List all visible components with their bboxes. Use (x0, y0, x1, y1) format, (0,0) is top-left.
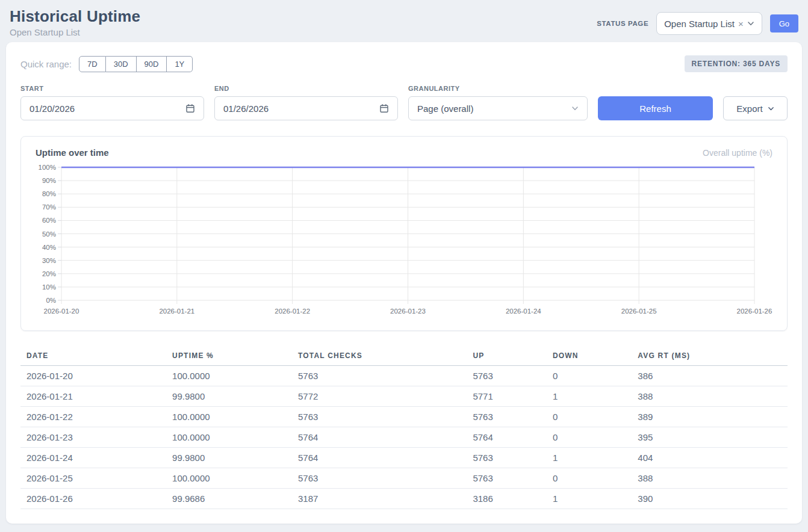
uptime-table: DATE UPTIME % TOTAL CHECKS UP DOWN AVG R… (20, 346, 788, 509)
col-avg-rt: AVG RT (MS) (632, 346, 788, 366)
status-page-label: STATUS PAGE (597, 20, 648, 27)
quick-range-1y[interactable]: 1Y (167, 56, 193, 72)
granularity-field: GRANULARITY Page (overall) (408, 85, 588, 120)
table-row: 2026-01-2499.9800576457631404 (20, 448, 788, 468)
table-cell: 0 (547, 366, 632, 386)
table-cell: 0 (547, 427, 632, 448)
table-cell: 2026-01-22 (20, 407, 166, 427)
main-panel: Quick range: 7D 30D 90D 1Y RETENTION: 36… (6, 42, 802, 524)
quick-range-90d[interactable]: 90D (137, 56, 167, 72)
table-cell: 100.0000 (166, 468, 292, 489)
granularity-select[interactable]: Page (overall) (408, 96, 588, 120)
col-total-checks: TOTAL CHECKS (292, 346, 467, 366)
retention-badge: RETENTION: 365 DAYS (685, 55, 788, 72)
calendar-icon[interactable] (185, 104, 195, 113)
table-cell: 0 (547, 468, 632, 489)
table-cell: 5771 (467, 386, 546, 407)
table-header-row: DATE UPTIME % TOTAL CHECKS UP DOWN AVG R… (20, 346, 788, 366)
uptime-table-body: 2026-01-20100.00005763576303862026-01-21… (20, 366, 788, 509)
quick-range-30d[interactable]: 30D (106, 56, 137, 72)
end-date-value: 01/26/2026 (223, 104, 269, 114)
col-date: DATE (20, 346, 166, 366)
table-cell: 2026-01-21 (20, 386, 166, 407)
table-cell: 3187 (292, 489, 467, 509)
status-page-value: Open Startup List (664, 19, 735, 29)
end-date-input[interactable]: 01/26/2026 (214, 96, 398, 120)
title-block: Historical Uptime Open Startup List (10, 7, 140, 37)
topbar-right: STATUS PAGE Open Startup List × Go (597, 12, 798, 35)
page-title: Historical Uptime (10, 7, 140, 26)
table-cell: 100.0000 (166, 366, 292, 386)
filter-fields-row: START 01/20/2026 END 01/26/2026 GRANULAR… (20, 85, 788, 120)
quick-range-row: Quick range: 7D 30D 90D 1Y RETENTION: 36… (20, 55, 788, 72)
table-cell: 395 (632, 427, 788, 448)
table-row: 2026-01-2199.9800577257711388 (20, 386, 788, 407)
status-page-select[interactable]: Open Startup List × (656, 12, 762, 35)
svg-text:80%: 80% (42, 190, 56, 197)
start-label: START (20, 85, 204, 92)
chart-legend[interactable]: Overall uptime (%) (703, 148, 772, 158)
start-date-value: 01/20/2026 (30, 104, 75, 114)
svg-text:30%: 30% (42, 257, 56, 264)
refresh-button[interactable]: Refresh (598, 96, 713, 120)
chevron-down-icon (571, 105, 579, 112)
svg-text:100%: 100% (39, 164, 56, 171)
table-cell: 404 (632, 448, 788, 468)
col-up: UP (467, 346, 546, 366)
quick-range-label: Quick range: (20, 59, 72, 69)
svg-text:0%: 0% (46, 297, 56, 304)
granularity-value: Page (overall) (417, 104, 473, 114)
svg-text:10%: 10% (42, 283, 56, 291)
table-cell: 100.0000 (166, 427, 292, 448)
table-cell: 388 (632, 468, 788, 489)
start-date-field: START 01/20/2026 (20, 85, 204, 120)
table-cell: 5764 (292, 427, 467, 448)
table-cell: 5763 (467, 366, 546, 386)
table-cell: 100.0000 (166, 407, 292, 427)
chart-header: Uptime over time Overall uptime (%) (36, 147, 772, 158)
table-cell: 99.9686 (166, 489, 292, 509)
svg-text:2026-01-21: 2026-01-21 (159, 308, 194, 315)
table-cell: 5763 (292, 366, 467, 386)
table-cell: 1 (547, 489, 632, 509)
svg-text:70%: 70% (42, 203, 56, 211)
chevron-down-icon (747, 20, 754, 27)
clear-icon[interactable]: × (738, 19, 744, 28)
table-cell: 99.9800 (166, 386, 292, 407)
table-cell: 5772 (292, 386, 467, 407)
export-button[interactable]: Export (723, 96, 788, 120)
start-date-input[interactable]: 01/20/2026 (20, 96, 204, 120)
table-row: 2026-01-25100.0000576357630388 (20, 468, 788, 489)
table-cell: 5764 (467, 427, 546, 448)
table-cell: 2026-01-20 (20, 366, 166, 386)
col-down: DOWN (547, 346, 632, 366)
chevron-down-icon (768, 105, 774, 112)
table-head: DATE UPTIME % TOTAL CHECKS UP DOWN AVG R… (20, 346, 788, 366)
table-cell: 388 (632, 386, 788, 407)
page-subtitle: Open Startup List (10, 27, 140, 37)
end-date-field: END 01/26/2026 (214, 85, 398, 120)
end-label: END (214, 85, 398, 92)
calendar-icon[interactable] (379, 104, 389, 113)
svg-text:20%: 20% (42, 270, 56, 277)
go-button[interactable]: Go (770, 14, 798, 32)
table-cell: 5763 (467, 448, 546, 468)
table-cell: 2026-01-26 (20, 489, 166, 509)
table-cell: 2026-01-25 (20, 468, 166, 489)
table-cell: 5763 (467, 407, 546, 427)
table-cell: 99.9800 (166, 448, 292, 468)
table-cell: 5764 (292, 448, 467, 468)
col-uptime: UPTIME % (166, 346, 292, 366)
table-cell: 3186 (467, 489, 546, 509)
table-cell: 2026-01-24 (20, 448, 166, 468)
svg-text:2026-01-26: 2026-01-26 (737, 308, 772, 315)
table-row: 2026-01-23100.0000576457640395 (20, 427, 788, 448)
table-row: 2026-01-20100.0000576357630386 (20, 366, 788, 386)
table-cell: 390 (632, 489, 788, 509)
table-cell: 5763 (467, 468, 546, 489)
svg-text:50%: 50% (42, 230, 56, 238)
table-cell: 0 (547, 407, 632, 427)
uptime-chart: 2026-01-202026-01-212026-01-222026-01-23… (36, 162, 772, 323)
quick-range-7d[interactable]: 7D (79, 56, 106, 72)
svg-text:2026-01-24: 2026-01-24 (506, 308, 541, 315)
